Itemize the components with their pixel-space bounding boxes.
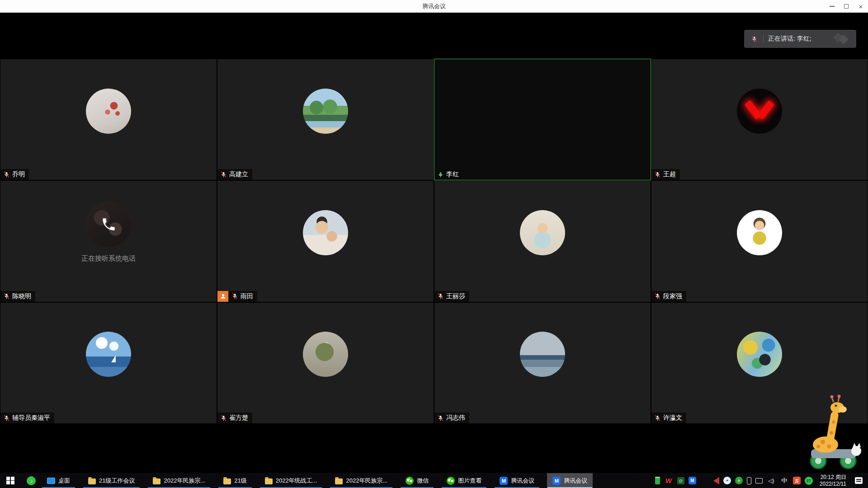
participant-tile[interactable]: 正在接听系统电话 陈晓明 (0, 180, 217, 302)
taskbar-item[interactable]: 2022年统战工... (259, 473, 323, 488)
participant-status: 正在接听系统电话 (81, 254, 136, 263)
participant-tile[interactable]: 冯志伟 (434, 302, 651, 424)
wechat-tray-icon[interactable] (700, 476, 709, 485)
participant-name-label: 辅导员秦淑平 (0, 413, 54, 423)
muted-mic-icon (654, 293, 661, 300)
ime-chinese-tray-icon[interactable]: 中 (780, 476, 789, 485)
participant-avatar (86, 332, 131, 377)
meeting-icon: M (552, 477, 561, 485)
participant-name: 冯志伟 (446, 414, 465, 422)
clock-time: 20:12 周日 (820, 474, 846, 481)
folder-icon (335, 479, 343, 484)
meeting-icon: M (500, 477, 508, 485)
wps-office-tray-icon[interactable]: W (664, 476, 673, 485)
phone-link-tray-icon[interactable] (747, 477, 751, 484)
participant-avatar (303, 89, 348, 134)
participant-avatar (303, 332, 348, 377)
taskbar-item[interactable]: 2022年民族宗... (147, 473, 211, 488)
giraffe-sticker (803, 389, 866, 471)
participant-name: 高建立 (229, 170, 248, 178)
close-button[interactable]: × (854, 0, 868, 13)
taskbar-item-label: 21级工作会议 (99, 477, 135, 485)
participant-tile[interactable]: 高建立 (217, 59, 434, 180)
muted-mic-icon (231, 293, 238, 300)
network-display-tray-icon[interactable] (755, 478, 763, 483)
participant-tile[interactable]: 李红 (434, 59, 651, 180)
360-safe-tray-icon[interactable]: + (735, 477, 743, 484)
usb-drive-tray-icon[interactable] (655, 477, 660, 484)
participant-avatar (737, 89, 782, 134)
participant-avatar (86, 89, 131, 134)
active-speaker-banner[interactable]: 正在讲话: 李红; (744, 30, 856, 48)
taskbar-item[interactable]: M 腾讯会议 (494, 473, 540, 488)
participant-tile[interactable]: 王丽莎 (434, 180, 651, 302)
muted-mic-icon (437, 293, 444, 300)
restore-icon (844, 4, 849, 9)
active-speaker-text: 正在讲话: 李红; (768, 35, 834, 43)
taskbar-item[interactable]: 21级 (218, 473, 252, 488)
speaking-mic-icon (437, 171, 444, 178)
taskbar-item-label: 微信 (417, 477, 429, 485)
participant-tile[interactable]: 段家强 (651, 180, 868, 302)
alert-red-tray-icon[interactable] (713, 477, 719, 484)
taskbar-item-label: 21级 (234, 477, 246, 485)
qq-music-button[interactable]: ♪ (21, 473, 42, 488)
close-icon: × (859, 3, 863, 10)
taskbar-item[interactable]: 2022年民族宗... (330, 473, 393, 488)
taskbar-item[interactable]: 桌面 (42, 473, 75, 488)
participant-name: 辅导员秦淑平 (12, 414, 50, 422)
participant-tile[interactable]: 雨田 (217, 180, 434, 302)
action-center-button[interactable] (855, 477, 863, 484)
taskbar-item-label: 2022年民族宗... (346, 477, 387, 485)
windows-logo-icon (6, 477, 14, 485)
taskbar-clock[interactable]: 20:12 周日 2022/12/11 (817, 474, 849, 488)
muted-mic-icon (220, 171, 227, 178)
app-green-tray-icon[interactable]: @ (677, 477, 684, 484)
desktop-icon (47, 478, 55, 484)
muted-mic-icon (654, 171, 661, 178)
taskbar-item-label: 桌面 (58, 477, 70, 485)
tray-icons: W@M✦+◁)中S27 (655, 476, 813, 485)
muted-mic-icon (3, 415, 10, 422)
participant-name: 许瀛文 (663, 414, 682, 422)
volume-tray-icon[interactable]: ◁) (767, 476, 776, 485)
muted-mic-icon (437, 415, 444, 422)
meeting-watermark-logo (834, 33, 852, 45)
participant-tile[interactable]: 王超 (651, 59, 868, 180)
participant-tile[interactable]: 崔方楚 (217, 302, 434, 424)
participant-tile[interactable]: 乔明 (0, 59, 217, 180)
muted-mic-icon (3, 293, 10, 300)
folder-icon (88, 479, 96, 484)
participant-name-label: 雨田 (229, 291, 257, 302)
participant-tile[interactable]: 辅导员秦淑平 (0, 302, 217, 424)
tencent-meeting-tray-icon[interactable]: M (689, 477, 696, 484)
taskbar: ♪ 桌面 21级工作会议 2022年民族宗... 21级 2022年统战工...… (0, 473, 868, 488)
restore-button[interactable] (839, 0, 854, 13)
taskbar-item[interactable]: 微信 (400, 473, 434, 488)
app-blue-tray-icon[interactable]: ✦ (723, 477, 731, 484)
sogou-input-tray-icon[interactable]: S (793, 477, 801, 484)
battery-level-tray-icon[interactable]: 27 (805, 477, 813, 485)
minimize-button[interactable] (825, 0, 839, 13)
banner-muted-mic-icon (749, 36, 760, 42)
participant-name-label: 乔明 (0, 169, 29, 180)
taskbar-item[interactable]: 21级工作会议 (83, 473, 140, 488)
taskbar-item-label: 2022年统战工... (276, 477, 317, 485)
muted-mic-icon (220, 415, 227, 422)
taskbar-item[interactable]: 图片查看 (441, 473, 487, 488)
clock-date: 2022/12/11 (820, 481, 846, 488)
taskbar-item-label: 腾讯会议 (511, 477, 534, 485)
meeting-stage: 正在讲话: 李红; 乔明 (0, 13, 868, 473)
wechat-icon (406, 477, 414, 485)
folder-icon (223, 479, 231, 484)
taskbar-item[interactable]: M 腾讯会议 (547, 473, 593, 488)
start-button[interactable] (0, 473, 21, 488)
banner-divider (763, 35, 764, 43)
taskbar-tray: W@M✦+◁)中S27 20:12 周日 2022/12/11 (655, 473, 868, 488)
phone-call-icon (86, 202, 131, 247)
participant-avatar (737, 332, 782, 377)
participant-grid: 乔明 高建立 (0, 59, 868, 424)
participant-name-label: 陈晓明 (0, 291, 35, 302)
person-badge-icon (217, 291, 228, 302)
participant-name: 乔明 (12, 170, 25, 178)
